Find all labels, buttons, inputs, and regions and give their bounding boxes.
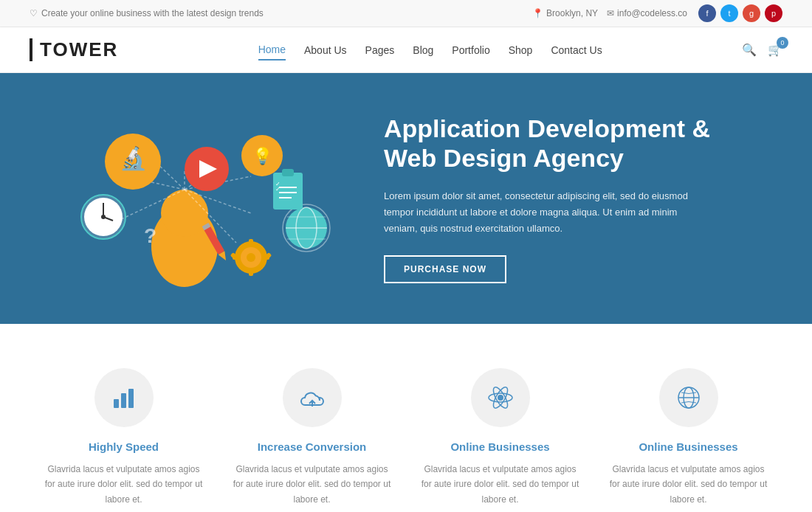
email-icon: ✉ bbox=[607, 8, 614, 18]
feature-icon-wrap-online2 bbox=[659, 368, 718, 427]
hero-section: 🔬 💡 bbox=[0, 73, 812, 324]
svg-text:💡: 💡 bbox=[252, 146, 273, 166]
feature-desc-conversion: Glavrida lacus et vulputate amos agios f… bbox=[231, 462, 393, 507]
feature-desc-online1: Glavrida lacus et vulputate amos agios f… bbox=[419, 462, 582, 507]
feature-title-speed: Highly Speed bbox=[43, 440, 205, 453]
email-text: info@codeless.co bbox=[617, 8, 687, 18]
nav-item-contact[interactable]: Contact Us bbox=[551, 41, 602, 60]
svg-point-29 bbox=[247, 253, 255, 262]
location-icon: 📍 bbox=[532, 8, 543, 18]
feature-icon-wrap-online1 bbox=[471, 368, 530, 427]
nav-item-home[interactable]: Home bbox=[258, 40, 286, 60]
feature-item-speed: Highly Speed Glavrida lacus et vulputate… bbox=[43, 368, 205, 507]
feature-title-online2: Online Businesses bbox=[608, 440, 770, 453]
feature-item-online1: Online Businesses Glavrida lacus et vulp… bbox=[419, 368, 582, 507]
svg-text:?: ? bbox=[144, 224, 156, 247]
svg-rect-49 bbox=[128, 389, 134, 408]
social-icons-group: f t g p bbox=[698, 4, 782, 22]
svg-rect-31 bbox=[249, 270, 253, 276]
nav-item-blog[interactable]: Blog bbox=[413, 41, 433, 60]
top-bar-tagline-area: ♡ Create your online business with the l… bbox=[30, 8, 264, 18]
feature-desc-speed: Glavrida lacus et vulputate amos agios f… bbox=[43, 462, 205, 507]
email-info: ✉ info@codeless.co bbox=[607, 8, 687, 18]
feature-icon-wrap-speed bbox=[94, 368, 154, 427]
feature-item-online2: Online Businesses Glavrida lacus et vulp… bbox=[608, 368, 770, 507]
cloud-icon bbox=[299, 384, 326, 411]
location-info: 📍 Brooklyn, NY bbox=[532, 8, 598, 18]
feature-desc-online2: Glavrida lacus et vulputate amos agios f… bbox=[608, 462, 770, 507]
top-bar-tagline: Create your online business with the lat… bbox=[41, 8, 264, 18]
main-nav: Home About Us Pages Blog Portfolio Shop … bbox=[258, 40, 602, 60]
svg-rect-47 bbox=[114, 399, 119, 408]
search-icon[interactable]: 🔍 bbox=[742, 43, 757, 57]
pinterest-social-icon[interactable]: p bbox=[765, 4, 782, 22]
svg-point-1 bbox=[161, 190, 208, 237]
svg-text:🔬: 🔬 bbox=[120, 145, 148, 172]
nav-item-shop[interactable]: Shop bbox=[509, 41, 533, 60]
nav-item-pages[interactable]: Pages bbox=[365, 41, 395, 60]
bar-chart-icon bbox=[111, 384, 137, 411]
svg-rect-48 bbox=[121, 393, 126, 408]
purchase-now-button[interactable]: PURCHASE NOW bbox=[384, 255, 506, 283]
svg-text:✓: ✓ bbox=[275, 186, 281, 193]
atom-icon bbox=[487, 384, 514, 411]
feature-title-conversion: Increase Conversion bbox=[231, 440, 393, 453]
facebook-social-icon[interactable]: f bbox=[698, 4, 716, 22]
hero-title: Application Development &Web Design Agen… bbox=[384, 114, 768, 174]
google-plus-social-icon[interactable]: g bbox=[743, 4, 760, 22]
svg-rect-30 bbox=[249, 239, 253, 245]
svg-point-51 bbox=[498, 395, 503, 401]
nav-item-about[interactable]: About Us bbox=[304, 41, 347, 60]
nav-action-icons: 🔍 🛒 0 bbox=[742, 43, 782, 57]
globe-icon bbox=[675, 384, 702, 411]
heart-icon: ♡ bbox=[30, 8, 38, 18]
cart-badge: 0 bbox=[777, 37, 788, 49]
twitter-social-icon[interactable]: t bbox=[720, 4, 738, 22]
cart-icon[interactable]: 🛒 0 bbox=[768, 43, 782, 57]
feature-icon-wrap-conversion bbox=[283, 368, 342, 427]
feature-title-online1: Online Businesses bbox=[419, 440, 582, 453]
hero-illustration: 🔬 💡 bbox=[44, 103, 354, 294]
features-section: Highly Speed Glavrida lacus et vulputate… bbox=[0, 324, 812, 512]
hero-content: Application Development &Web Design Agen… bbox=[354, 114, 768, 284]
site-logo[interactable]: TOWER bbox=[30, 38, 118, 61]
nav-item-portfolio[interactable]: Portfolio bbox=[452, 41, 489, 60]
top-bar-contact: 📍 Brooklyn, NY ✉ info@codeless.co bbox=[532, 8, 687, 18]
feature-item-conversion: Increase Conversion Glavrida lacus et vu… bbox=[231, 368, 393, 507]
svg-rect-37 bbox=[282, 169, 294, 176]
top-bar: ♡ Create your online business with the l… bbox=[0, 0, 812, 27]
location-text: Brooklyn, NY bbox=[546, 8, 598, 18]
header: TOWER Home About Us Pages Blog Portfolio… bbox=[0, 27, 812, 73]
top-bar-right: 📍 Brooklyn, NY ✉ info@codeless.co f t g … bbox=[532, 4, 782, 22]
hero-description: Lorem ipsum dolor sit amet, consectetur … bbox=[384, 188, 709, 237]
